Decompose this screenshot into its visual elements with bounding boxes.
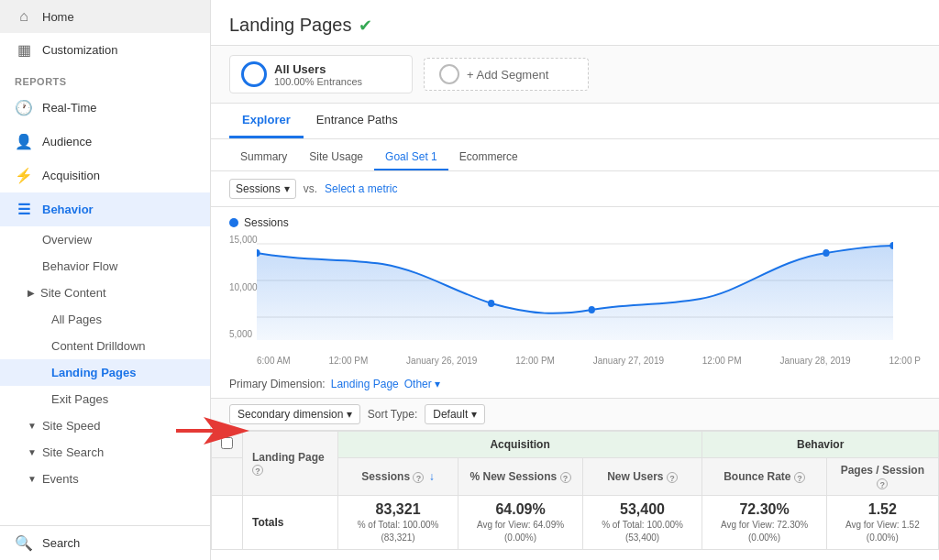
chart-svg	[229, 235, 893, 354]
expand-events-icon: ▼	[28, 474, 37, 484]
sidebar-item-landing-pages[interactable]: Landing Pages	[0, 359, 210, 386]
primary-dimension-row: Primary Dimension: Landing Page Other ▾	[211, 370, 939, 399]
sidebar-item-all-pages[interactable]: All Pages	[0, 306, 210, 333]
bounce-rate-info-icon[interactable]: ?	[794, 472, 805, 483]
x-label-4: 12:00 PM	[515, 356, 555, 366]
landing-pages-label: Landing Pages	[51, 366, 136, 379]
subtab-ecommerce[interactable]: Ecommerce	[448, 145, 529, 170]
behavior-icon: ☰	[15, 201, 33, 218]
subtab-site-usage[interactable]: Site Usage	[298, 145, 374, 170]
y-label-3: 5,000	[229, 329, 258, 339]
metrics-bar: Sessions ▾ vs. Select a metric	[211, 171, 939, 207]
new-users-info-icon[interactable]: ?	[667, 472, 678, 483]
acquisition-icon: ⚡	[15, 167, 33, 184]
metrics-table: Landing Page ? Acquisition Behavior Sess…	[211, 431, 939, 550]
x-label-6: 12:00 PM	[702, 356, 742, 366]
segment-name: All Users	[274, 62, 362, 76]
sidebar-item-behavior[interactable]: ☰ Behavior	[0, 192, 210, 226]
svg-point-4	[488, 300, 494, 307]
metric-sessions-label: Sessions	[236, 182, 281, 195]
sidebar-item-overview[interactable]: Overview	[0, 226, 210, 253]
all-users-segment[interactable]: All Users 100.00% Entrances	[229, 55, 413, 93]
x-axis-labels: 6:00 AM 12:00 PM January 26, 2019 12:00 …	[229, 354, 921, 366]
metric-sessions-select[interactable]: Sessions ▾	[229, 179, 296, 199]
bounce-rate-header[interactable]: Bounce Rate ?	[702, 458, 826, 496]
sidebar-item-content-drilldown[interactable]: Content Drilldown	[0, 333, 210, 359]
vs-label: vs.	[304, 182, 317, 195]
segments-bar: All Users 100.00% Entrances + Add Segmen…	[211, 46, 939, 104]
pages-session-value: 1.52	[836, 501, 929, 518]
bounce-rate-value: 72.30%	[712, 501, 816, 518]
realtime-icon: 🕐	[15, 99, 33, 116]
sidebar-item-customization[interactable]: ▦ Customization	[0, 33, 210, 67]
chart-container: 15,000 10,000 5,000	[229, 235, 921, 354]
data-table: Landing Page ? Acquisition Behavior Sess…	[211, 431, 939, 560]
sessions-info-icon[interactable]: ?	[413, 472, 424, 483]
subtab-goal-set1[interactable]: Goal Set 1	[374, 145, 448, 170]
sessions-header[interactable]: Sessions ? ↓	[337, 458, 458, 496]
sub-tabs: Summary Site Usage Goal Set 1 Ecommerce	[211, 139, 939, 171]
select-metric-link[interactable]: Select a metric	[325, 182, 397, 195]
sidebar-customization-label: Customization	[42, 43, 117, 57]
landing-page-info-icon[interactable]: ?	[252, 465, 263, 476]
main-content: Landing Pages ✔ All Users 100.00% Entran…	[211, 0, 939, 560]
new-users-value: 53,400	[592, 501, 693, 518]
audience-icon: 👤	[15, 133, 33, 150]
sessions-pct: % of Total: 100.00% (83,321)	[358, 520, 439, 543]
sidebar-item-realtime[interactable]: 🕐 Real-Time	[0, 91, 210, 125]
x-label-1: 6:00 AM	[257, 356, 291, 366]
view-tabs: Explorer Entrance Paths	[211, 104, 939, 139]
sessions-value: 83,321	[348, 501, 449, 518]
segment-sub: 100.00% Entrances	[274, 76, 362, 87]
primary-dim-value[interactable]: Landing Page	[331, 378, 399, 390]
sidebar-realtime-label: Real-Time	[42, 101, 96, 115]
subtab-summary[interactable]: Summary	[229, 145, 298, 170]
sidebar-item-search[interactable]: 🔍 Search	[0, 525, 210, 560]
sidebar-search-label: Search	[42, 536, 80, 550]
sidebar-item-exit-pages[interactable]: Exit Pages	[0, 386, 210, 412]
svg-point-6	[823, 249, 829, 257]
events-label: Events	[42, 472, 79, 486]
sidebar-home-label: Home	[42, 10, 74, 24]
other-link[interactable]: Other ▾	[404, 378, 440, 390]
pages-session-total-cell: 1.52 Avg for View: 1.52 (0.00%)	[826, 496, 938, 550]
sort-default-select[interactable]: Default ▾	[425, 404, 484, 424]
svg-point-5	[589, 306, 595, 313]
segment-circle	[241, 61, 267, 87]
behavior-submenu: Overview Behavior Flow ▶ Site Content Al…	[0, 226, 210, 492]
sidebar-item-audience[interactable]: 👤 Audience	[0, 125, 210, 159]
tab-entrance-paths[interactable]: Entrance Paths	[304, 104, 411, 138]
customization-icon: ▦	[15, 41, 33, 59]
new-users-total-cell: 53,400 % of Total: 100.00% (53,400)	[582, 496, 702, 550]
chart-legend: Sessions	[229, 216, 921, 229]
pct-new-sessions-total-cell: 64.09% Avg for View: 64.09% (0.00%)	[458, 496, 582, 550]
pages-session-header[interactable]: Pages / Session ?	[826, 458, 938, 496]
add-segment-circle	[439, 64, 459, 84]
pct-new-sessions-info-icon[interactable]: ?	[560, 472, 571, 483]
chart-area: Sessions 15,000 10,000 5,000	[211, 207, 939, 370]
sidebar-item-site-content[interactable]: ▶ Site Content	[0, 280, 210, 306]
sidebar-item-behavior-flow[interactable]: Behavior Flow	[0, 253, 210, 280]
sidebar-item-acquisition[interactable]: ⚡ Acquisition	[0, 159, 210, 192]
add-segment-button[interactable]: + Add Segment	[424, 58, 589, 91]
tab-explorer[interactable]: Explorer	[229, 104, 304, 138]
pages-session-info-icon[interactable]: ?	[877, 478, 888, 489]
new-users-pct: % of Total: 100.00% (53,400)	[602, 520, 683, 543]
totals-row: Totals 83,321 % of Total: 100.00% (83,32…	[212, 496, 939, 550]
svg-marker-8	[176, 417, 249, 445]
expand-sitesearch-icon: ▼	[28, 447, 37, 457]
exit-pages-label: Exit Pages	[51, 392, 108, 406]
sidebar-item-home[interactable]: ⌂ Home	[0, 0, 210, 33]
new-users-header[interactable]: New Users ?	[582, 458, 702, 496]
sidebar-item-events[interactable]: ▼ Events	[0, 466, 210, 492]
pct-new-sessions-header[interactable]: % New Sessions ?	[458, 458, 582, 496]
site-search-label: Site Search	[42, 445, 104, 459]
secondary-dimension-row: Secondary dimension ▾ Sort Type: Default…	[211, 399, 939, 431]
y-label-1: 15,000	[229, 235, 258, 245]
pages-session-sub: Avg for View: 1.52 (0.00%)	[845, 520, 920, 543]
legend-label: Sessions	[244, 216, 289, 229]
sidebar-behavior-label: Behavior	[42, 203, 94, 216]
expand-sitespeed-icon: ▼	[28, 421, 37, 431]
search-icon: 🔍	[15, 534, 33, 552]
sessions-total-cell: 83,321 % of Total: 100.00% (83,321)	[337, 496, 458, 550]
